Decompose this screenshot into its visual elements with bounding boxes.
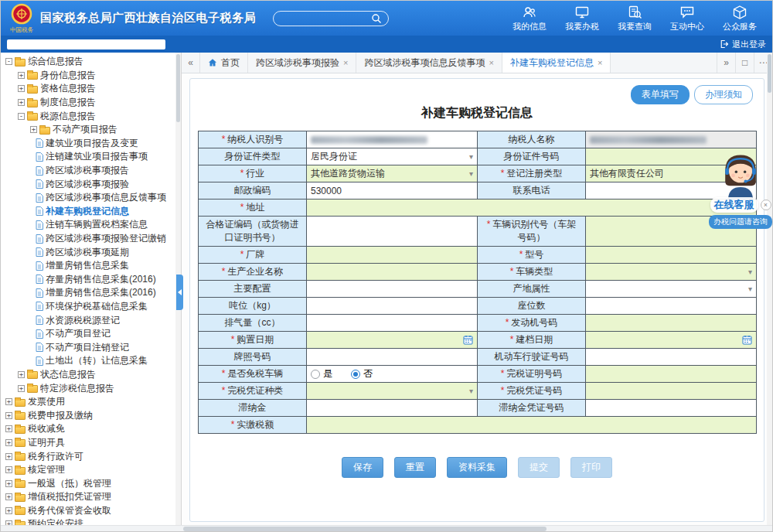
purchase-date-input[interactable]	[307, 332, 477, 348]
late-fee-voucher-input[interactable]	[586, 400, 756, 416]
nav-chat-button[interactable]: 互动中心	[664, 4, 710, 32]
sidebar-item[interactable]: 水资源税税源登记	[2, 313, 175, 327]
tonnage-input[interactable]	[307, 298, 477, 314]
expand-icon[interactable]: +	[5, 439, 12, 446]
nav-user-button[interactable]: 我的信息	[506, 4, 553, 32]
sidebar-item[interactable]: 跨区域涉税事项报告	[2, 164, 175, 178]
sidebar-item[interactable]: +增值税抵扣凭证管理	[2, 490, 175, 504]
radio-option[interactable]: 是	[311, 367, 332, 380]
sidebar-item[interactable]: -税源信息报告	[2, 109, 175, 123]
logout-button[interactable]: 退出登录	[720, 39, 766, 50]
expand-icon[interactable]: +	[5, 466, 12, 473]
sidebar-item[interactable]: +预约定价安排	[2, 517, 175, 525]
late-fee-input[interactable]	[307, 400, 477, 416]
origin-select[interactable]: ▾	[586, 281, 756, 297]
plate-number-input[interactable]	[307, 349, 477, 365]
industry-select[interactable]: 其他道路货物运输▾	[307, 165, 477, 182]
sidebar-item[interactable]: +不动产项目报告	[2, 123, 175, 137]
expand-icon[interactable]: +	[5, 480, 12, 487]
address-input[interactable]	[307, 200, 756, 216]
page-vertical-scrollbar-thumb[interactable]	[768, 54, 771, 93]
sidebar-scrollbar-thumb[interactable]	[176, 54, 180, 122]
tab-close-icon[interactable]: ×	[489, 58, 493, 67]
sidebar-item[interactable]: +税收减免	[2, 422, 175, 436]
expand-icon[interactable]: +	[5, 425, 12, 432]
open-tab[interactable]: 跨区域涉税事项报验×	[248, 53, 356, 73]
sidebar-item[interactable]: +资格信息报告	[2, 82, 175, 96]
collapse-icon[interactable]: -	[18, 113, 25, 120]
sidebar-item[interactable]: 土地出（转）让信息采集	[2, 354, 175, 368]
sidebar-item[interactable]: +发票使用	[2, 395, 175, 409]
header-search-box[interactable]	[273, 11, 389, 26]
tab-home[interactable]: 首页	[200, 53, 248, 73]
sidebar-item[interactable]: 注销车辆购置税档案信息	[2, 218, 175, 232]
sidebar-item[interactable]: 不动产项目注销登记	[2, 340, 175, 354]
expand-icon[interactable]: +	[18, 85, 25, 92]
radio-icon[interactable]	[351, 370, 360, 379]
tax-voucher-type-select[interactable]: ▾	[307, 383, 477, 399]
reset-button[interactable]: 重置	[394, 457, 436, 478]
postal-code-input[interactable]: 530000	[307, 182, 477, 199]
expand-icon[interactable]: +	[5, 507, 12, 514]
expand-icon[interactable]: +	[30, 126, 37, 133]
expand-icon[interactable]: +	[5, 398, 12, 405]
page-horizontal-scrollbar[interactable]	[1, 525, 772, 531]
nav-box-button[interactable]: 公众服务	[717, 4, 763, 32]
sidebar-item[interactable]: 跨区域涉税事项报验登记缴销	[2, 232, 175, 246]
maximize-button[interactable]: □	[735, 53, 754, 73]
engine-number-input[interactable]	[586, 315, 756, 331]
sidebar-item[interactable]: 补建车购税登记信息	[2, 205, 175, 219]
sidebar-item[interactable]: 跨区域涉税事项信息反馈事项	[2, 191, 175, 205]
model-input[interactable]	[586, 247, 756, 263]
id-type-select[interactable]: 居民身份证▾	[307, 148, 477, 165]
expand-icon[interactable]: +	[5, 493, 12, 500]
radio-icon[interactable]	[311, 370, 320, 379]
sidebar-item[interactable]: 跨区域涉税事项延期	[2, 245, 175, 259]
sidebar-item[interactable]: +身份信息报告	[2, 69, 175, 83]
quick-search-input[interactable]	[7, 39, 165, 49]
sidebar-item[interactable]: 注销建筑业项目报告事项	[2, 150, 175, 164]
taxpayer-id-input[interactable]	[307, 131, 477, 148]
expand-icon[interactable]: +	[5, 453, 12, 460]
sidebar-item[interactable]: +税费申报及缴纳	[2, 408, 175, 422]
sidebar-item[interactable]: +制度信息报告	[2, 96, 175, 110]
driving-license-input[interactable]	[586, 349, 756, 365]
page-horizontal-scrollbar-thumb[interactable]	[183, 527, 547, 531]
sidebar-item[interactable]: +核定管理	[2, 463, 175, 477]
expand-icon[interactable]: +	[18, 371, 25, 378]
data-collect-button[interactable]: 资料采集	[447, 457, 507, 478]
displacement-input[interactable]	[307, 315, 477, 331]
sidebar-item[interactable]: -综合信息报告	[2, 55, 175, 69]
sidebar-item[interactable]: 不动产项目登记	[2, 327, 175, 341]
sidebar-item[interactable]: +税务行政许可	[2, 449, 175, 463]
service-close-icon[interactable]: ×	[761, 200, 771, 210]
sidebar-item[interactable]: +特定涉税信息报告	[2, 381, 175, 395]
tab-close-icon[interactable]: ×	[598, 58, 602, 67]
calendar-icon[interactable]	[742, 335, 752, 345]
tax-free-radio[interactable]: 是否	[307, 366, 477, 382]
paid-tax-input[interactable]	[307, 417, 756, 433]
sidebar-item[interactable]: 增量房销售信息采集	[2, 259, 175, 273]
filing-date-input[interactable]	[586, 332, 756, 348]
radio-option-selected[interactable]: 否	[351, 367, 373, 380]
tabs-scroll-left-button[interactable]: «	[182, 53, 200, 73]
sidebar-item[interactable]: +税务代保管资金收取	[2, 504, 175, 518]
vehicle-type-select[interactable]: ▾	[586, 264, 756, 280]
certificate-code-input[interactable]	[307, 217, 477, 246]
open-tab[interactable]: 补建车购税登记信息×	[502, 53, 611, 73]
sidebar-item[interactable]: 存量房销售信息采集(2016)	[2, 273, 175, 287]
manufacturer-input[interactable]	[307, 264, 477, 280]
online-service-button[interactable]: 在线客服	[710, 197, 758, 213]
save-button[interactable]: 保存	[342, 457, 383, 478]
collapse-icon[interactable]: -	[5, 58, 12, 65]
brand-input[interactable]	[307, 247, 477, 263]
mode-tab-active[interactable]: 表单填写	[631, 85, 690, 104]
service-tip-bubble[interactable]: 办税问题请咨询	[709, 215, 772, 229]
seats-input[interactable]	[586, 298, 756, 314]
sidebar-collapse-handle[interactable]	[176, 275, 183, 310]
tab-close-icon[interactable]: ×	[343, 58, 348, 67]
service-agent-avatar[interactable]	[717, 149, 764, 200]
calendar-icon[interactable]	[463, 335, 473, 345]
open-tab[interactable]: 跨区域涉税事项信息反馈事项×	[356, 53, 502, 73]
nav-search-doc-button[interactable]: 我要查询	[611, 4, 658, 32]
